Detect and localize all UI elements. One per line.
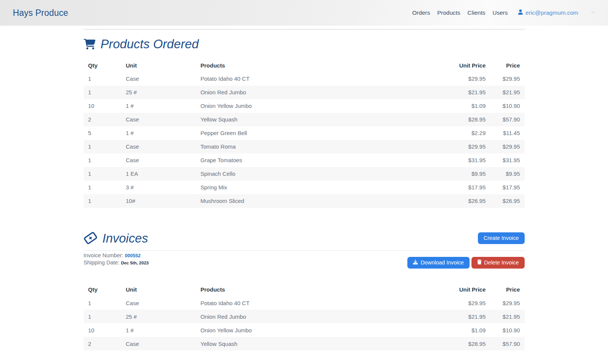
- nav-item-products[interactable]: Products: [437, 9, 460, 16]
- table-cell: Case: [121, 113, 196, 126]
- table-row: 101 #Onion Yellow Jumbo$1.09$10.90: [84, 99, 525, 113]
- table-row: 1CaseGrape Tomatoes$31.95$31.95: [84, 154, 525, 167]
- col-products: Products: [196, 59, 422, 72]
- col-price: Price: [490, 59, 525, 72]
- table-cell: $29.95: [422, 296, 490, 310]
- top-divider: [84, 29, 525, 29]
- table-row: 1CasePotato Idaho 40 CT$29.95$29.95: [84, 72, 525, 86]
- col-unit: Unit: [121, 59, 196, 72]
- table-cell: $21.95: [490, 86, 525, 99]
- table-cell: $1.09: [422, 99, 490, 113]
- table-header: Qty Unit Products Unit Price Price: [84, 283, 525, 296]
- table-cell: $26.95: [422, 194, 490, 208]
- table-cell: Onion Yellow Jumbo: [196, 323, 422, 337]
- shipping-date-label: Shipping Date:: [84, 260, 120, 266]
- table-cell: $21.95: [422, 310, 490, 323]
- table-cell: $31.95: [422, 154, 490, 167]
- table-cell: 1: [84, 296, 121, 310]
- invoices-title: Invoices: [103, 231, 148, 246]
- table-row: 1CasePotato Idaho 40 CT$29.95$29.95: [84, 296, 525, 310]
- nav-item-users[interactable]: Users: [493, 9, 508, 16]
- table-cell: Grape Tomatoes: [196, 154, 422, 167]
- table-cell: $10.90: [490, 99, 525, 113]
- invoice-items-rows: 1CasePotato Idaho 40 CT$29.95$29.95125 #…: [84, 296, 525, 350]
- table-cell: 25 #: [121, 86, 196, 99]
- create-invoice-button[interactable]: Create Invoice: [478, 232, 525, 244]
- products-ordered-title: Products Ordered: [101, 37, 199, 52]
- products-ordered-table: Qty Unit Products Unit Price Price 1Case…: [84, 59, 525, 208]
- table-cell: 2: [84, 337, 121, 350]
- table-row: 110#Mushroom Sliced$26.95$26.95: [84, 194, 525, 208]
- user-icon: [518, 9, 523, 16]
- user-menu[interactable]: eric@pragmum.com: [518, 9, 578, 16]
- table-cell: 25 #: [121, 310, 196, 323]
- table-cell: $57.90: [490, 337, 525, 350]
- table-cell: $17.95: [422, 181, 490, 194]
- table-cell: $57.90: [490, 113, 525, 126]
- col-qty: Qty: [84, 283, 121, 296]
- table-cell: 1: [84, 154, 121, 167]
- table-cell: $21.95: [490, 310, 525, 323]
- main-nav: Orders Products Clients Users eric@pragm…: [412, 9, 595, 16]
- table-cell: 1: [84, 140, 121, 154]
- col-price: Price: [490, 283, 525, 296]
- nav-item-orders[interactable]: Orders: [412, 9, 430, 16]
- table-cell: $21.95: [422, 86, 490, 99]
- invoice-number-value: 000552: [125, 253, 141, 258]
- table-cell: 1 #: [121, 323, 196, 337]
- table-cell: $29.95: [490, 140, 525, 154]
- table-row: 101 #Onion Yellow Jumbo$1.09$10.90: [84, 323, 525, 337]
- table-row: 11 EASpinach Cello$9.95$9.95: [84, 167, 525, 181]
- shipping-date-value: Dec 5th, 2023: [121, 261, 149, 265]
- table-cell: 2: [84, 113, 121, 126]
- table-cell: Onion Yellow Jumbo: [196, 99, 422, 113]
- table-cell: Mushroom Sliced: [196, 194, 422, 208]
- table-cell: 3 #: [121, 181, 196, 194]
- table-header: Qty Unit Products Unit Price Price: [84, 59, 525, 72]
- table-cell: Potato Idaho 40 CT: [196, 296, 422, 310]
- invoice-number-line: Invoice Number: 000552: [84, 252, 149, 259]
- cart-icon: [84, 39, 95, 49]
- table-cell: $11.45: [490, 126, 525, 140]
- table-cell: 1: [84, 194, 121, 208]
- products-ordered-heading: Products Ordered: [84, 37, 525, 52]
- table-cell: $9.95: [422, 167, 490, 181]
- download-invoice-label: Download Invoice: [421, 260, 464, 266]
- table-row: 13 #Spring Mix$17.95$17.95: [84, 181, 525, 194]
- table-row: 1CaseTomato Roma$29.95$29.95: [84, 140, 525, 154]
- download-invoice-button[interactable]: Download Invoice: [407, 257, 469, 269]
- delete-invoice-button[interactable]: Delete Invoice: [471, 257, 525, 269]
- table-cell: Onion Red Jumbo: [196, 86, 422, 99]
- table-row: 2CaseYellow Squash$28.95$57.90: [84, 337, 525, 350]
- page-content: Products Ordered Qty Unit Products Unit …: [84, 29, 525, 350]
- chevron-down-icon[interactable]: [591, 11, 595, 14]
- products-ordered-rows: 1CasePotato Idaho 40 CT$29.95$29.95125 #…: [84, 72, 525, 208]
- table-cell: Case: [121, 337, 196, 350]
- invoices-divider: [84, 250, 525, 251]
- table-cell: Tomato Roma: [196, 140, 422, 154]
- user-email: eric@pragmum.com: [525, 9, 578, 16]
- table-cell: Potato Idaho 40 CT: [196, 72, 422, 86]
- table-row: 51 #Pepper Green Bell$2.29$11.45: [84, 126, 525, 140]
- table-cell: $29.95: [490, 72, 525, 86]
- col-unit-price: Unit Price: [422, 283, 490, 296]
- table-cell: Case: [121, 296, 196, 310]
- table-cell: $1.09: [422, 323, 490, 337]
- brand-link[interactable]: Hays Produce: [13, 8, 68, 18]
- table-cell: 1: [84, 310, 121, 323]
- table-row: 2CaseYellow Squash$28.95$57.90: [84, 113, 525, 126]
- delete-invoice-label: Delete Invoice: [484, 260, 519, 266]
- nav-item-clients[interactable]: Clients: [467, 9, 485, 16]
- table-cell: $29.95: [422, 140, 490, 154]
- invoice-meta: Invoice Number: 000552 Shipping Date: De…: [84, 252, 525, 269]
- table-cell: $26.95: [490, 194, 525, 208]
- table-cell: Yellow Squash: [196, 337, 422, 350]
- top-navbar: Hays Produce Orders Products Clients Use…: [0, 0, 608, 26]
- table-cell: 1: [84, 86, 121, 99]
- table-cell: Spinach Cello: [196, 167, 422, 181]
- col-unit-price: Unit Price: [422, 59, 490, 72]
- table-cell: 1: [84, 72, 121, 86]
- table-cell: Onion Red Jumbo: [196, 310, 422, 323]
- table-row: 125 #Onion Red Jumbo$21.95$21.95: [84, 310, 525, 323]
- table-cell: 10#: [121, 194, 196, 208]
